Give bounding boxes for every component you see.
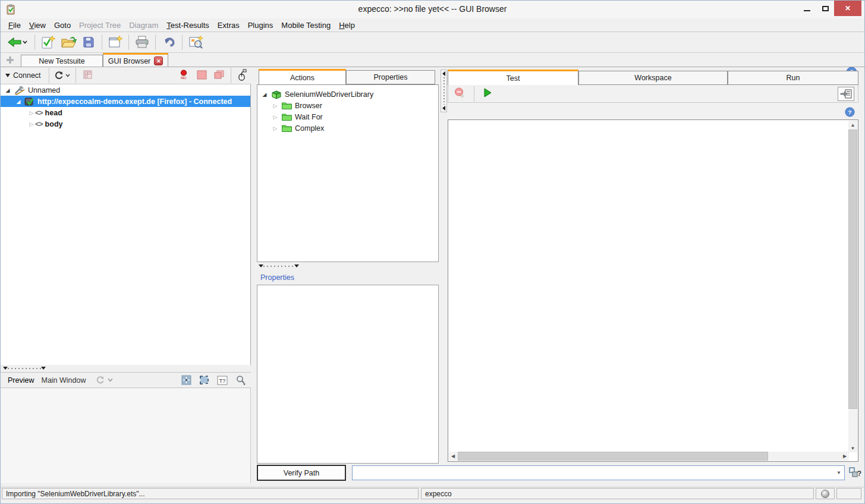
connect-button[interactable]: Connect bbox=[1, 71, 46, 80]
close-button[interactable]: ✕ bbox=[834, 1, 861, 16]
run-button[interactable] bbox=[477, 87, 498, 100]
tab-gui-browser[interactable]: GUI Browser ✕ bbox=[103, 53, 168, 67]
tools-icon bbox=[14, 86, 26, 95]
tree-row-unnamed[interactable]: ◢ Unnamed bbox=[1, 84, 250, 96]
print-button[interactable] bbox=[132, 33, 152, 51]
title-bar: expecco: >>no file yet<< -- GUI Browser … bbox=[1, 1, 864, 18]
menu-bar: File View Goto Project Tree Diagram Test… bbox=[1, 18, 864, 32]
tree-row-wait-for[interactable]: ▷ Wait For bbox=[257, 111, 438, 122]
tree-row-browser[interactable]: ▷ Browser bbox=[257, 100, 438, 111]
find-text-icon[interactable]: T? bbox=[217, 376, 228, 385]
tab-new-testsuite[interactable]: New Testsuite bbox=[21, 55, 103, 67]
tree-row-library[interactable]: ◢ SeleniumWebDriverLibrary bbox=[257, 89, 438, 100]
scrollbar-thumb[interactable] bbox=[458, 452, 768, 461]
expander-icon[interactable]: ▷ bbox=[28, 121, 35, 127]
open-in-editor-button[interactable] bbox=[838, 87, 854, 101]
print-icon bbox=[134, 35, 150, 49]
tab-label: New Testsuite bbox=[39, 57, 85, 65]
undo-button[interactable] bbox=[159, 33, 179, 51]
scroll-down-icon[interactable]: ▼ bbox=[848, 444, 857, 452]
expander-icon[interactable]: ◢ bbox=[261, 92, 268, 97]
tab-test[interactable]: Test bbox=[448, 70, 578, 85]
xpath-combo[interactable]: ▼ bbox=[352, 465, 845, 480]
menu-test-results[interactable]: Test-Results bbox=[162, 20, 213, 31]
crosshair-icon[interactable] bbox=[181, 375, 191, 385]
add-tab-icon[interactable] bbox=[5, 55, 15, 65]
menu-extras[interactable]: Extras bbox=[213, 20, 244, 31]
menu-mobile-testing[interactable]: Mobile Testing bbox=[277, 20, 335, 31]
preview-pane bbox=[1, 388, 251, 483]
back-icon bbox=[7, 36, 23, 48]
select-region-icon[interactable] bbox=[199, 375, 209, 385]
expander-icon[interactable]: ▷ bbox=[272, 103, 279, 109]
toolbar-separator bbox=[155, 34, 156, 50]
tree-node-label: http://expeccoalm-demo.exept.de [Firefox… bbox=[37, 97, 232, 106]
menu-plugins[interactable]: Plugins bbox=[244, 20, 278, 31]
new-window-button[interactable] bbox=[105, 33, 125, 51]
status-spacer-cell bbox=[836, 488, 861, 499]
close-tab-icon[interactable]: ✕ bbox=[154, 56, 163, 65]
test-toolbar bbox=[448, 85, 858, 103]
horizontal-splitter[interactable] bbox=[259, 264, 299, 268]
magnifier-icon[interactable] bbox=[235, 375, 246, 385]
record-button[interactable]: REC bbox=[178, 70, 189, 82]
preview-label: Preview bbox=[1, 376, 41, 385]
menu-file[interactable]: File bbox=[4, 20, 25, 31]
test-editor-pane[interactable]: ▲ ▼ ◀ ▶ bbox=[448, 119, 858, 462]
tree-row-complex[interactable]: ▷ Complex bbox=[257, 122, 438, 134]
vertical-scrollbar[interactable]: ▲ ▼ bbox=[848, 121, 857, 452]
menu-view[interactable]: View bbox=[25, 20, 50, 31]
tab-actions[interactable]: Actions bbox=[259, 69, 346, 84]
stop-icon bbox=[196, 70, 207, 80]
toolbar-separator bbox=[182, 34, 183, 50]
vertical-splitter[interactable] bbox=[441, 70, 447, 112]
gui-browser-settings-button[interactable] bbox=[185, 33, 206, 51]
expander-icon[interactable]: ▷ bbox=[28, 110, 35, 116]
pick-element-button[interactable] bbox=[234, 69, 251, 83]
widget-inspector-icon[interactable]: ? bbox=[848, 467, 862, 480]
scroll-up-icon[interactable]: ▲ bbox=[848, 121, 857, 129]
copy-events-button bbox=[213, 70, 225, 81]
verify-path-button[interactable]: Verify Path bbox=[257, 465, 346, 481]
help-icon[interactable]: ? bbox=[845, 107, 855, 117]
scrollbar-thumb[interactable] bbox=[848, 130, 857, 409]
main-toolbar: ? bbox=[1, 32, 864, 53]
tree-row-body[interactable]: ▷ <> body bbox=[1, 118, 250, 130]
save-button[interactable] bbox=[78, 33, 99, 51]
menu-project-tree: Project Tree bbox=[75, 20, 125, 31]
app-window: expecco: >>no file yet<< -- GUI Browser … bbox=[0, 0, 865, 504]
folder-icon bbox=[281, 112, 292, 121]
combo-dropdown-icon[interactable]: ▼ bbox=[833, 466, 844, 480]
tab-properties[interactable]: Properties bbox=[346, 70, 435, 84]
expander-icon[interactable]: ◢ bbox=[4, 87, 11, 93]
play-icon bbox=[483, 87, 492, 98]
tab-workspace[interactable]: Workspace bbox=[578, 71, 728, 85]
stop-button bbox=[196, 70, 207, 81]
open-file-button[interactable] bbox=[58, 33, 78, 51]
horizontal-splitter[interactable] bbox=[3, 366, 46, 370]
tree-node-label: Unnamed bbox=[28, 86, 60, 94]
back-button[interactable] bbox=[3, 33, 32, 51]
expander-icon[interactable]: ▷ bbox=[272, 114, 279, 120]
horizontal-scrollbar[interactable]: ◀ ▶ bbox=[449, 452, 849, 461]
library-icon bbox=[270, 89, 282, 99]
toolbar-separator bbox=[102, 34, 102, 50]
expander-icon[interactable]: ◢ bbox=[15, 99, 22, 105]
dropdown-triangle-icon bbox=[5, 74, 10, 77]
new-testsuite-button[interactable] bbox=[38, 33, 58, 51]
maximize-button[interactable] bbox=[816, 1, 834, 16]
expander-icon[interactable]: ▷ bbox=[272, 125, 279, 131]
tab-run[interactable]: Run bbox=[728, 71, 858, 85]
menu-goto[interactable]: Goto bbox=[50, 20, 75, 31]
tree-row-connection[interactable]: ◢ http://expeccoalm-demo.exept.de [Firef… bbox=[1, 96, 250, 107]
tree-row-head[interactable]: ▷ <> head bbox=[1, 107, 250, 118]
minimize-button[interactable] bbox=[797, 1, 816, 16]
chevron-down-icon bbox=[65, 74, 70, 77]
xpath-input[interactable] bbox=[353, 466, 833, 480]
scroll-left-icon[interactable]: ◀ bbox=[449, 452, 457, 461]
menu-help[interactable]: Help bbox=[335, 20, 359, 31]
refresh-button[interactable] bbox=[52, 71, 73, 80]
splitter-handle bbox=[443, 77, 445, 105]
scroll-right-icon[interactable]: ▶ bbox=[841, 452, 849, 461]
new-testsuite-icon bbox=[40, 35, 56, 49]
